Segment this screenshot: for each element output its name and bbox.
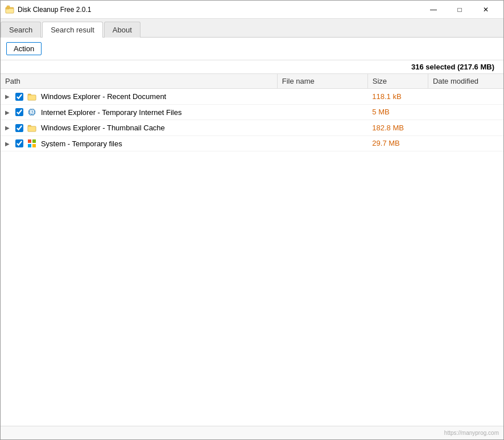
- svg-rect-14: [28, 144, 31, 147]
- toolbar: Action: [1, 38, 503, 60]
- table-row: ▶ Windows Explorer - Thumbnail Cache 182…: [1, 120, 503, 136]
- watermark-text: https://manyprog.com: [444, 430, 499, 436]
- table-row: ▶ e Internet Explorer - Temporary Intern…: [1, 104, 503, 120]
- file-table-container[interactable]: Path File name Size Date modified ▶ Wind…: [1, 73, 503, 426]
- col-header-filename[interactable]: File name: [277, 74, 367, 89]
- row-label-3: System - Temporary files: [41, 139, 122, 148]
- tab-search[interactable]: Search: [1, 22, 41, 38]
- svg-rect-4: [28, 95, 36, 100]
- row-size-0: 118.1 kB: [367, 89, 428, 105]
- row-checkbox-0[interactable]: [15, 93, 23, 101]
- tab-about[interactable]: About: [104, 22, 141, 38]
- row-label-0: Windows Explorer - Recent Document: [41, 92, 166, 101]
- row-date-3: [428, 135, 503, 151]
- table-row: ▶ Windows Explorer - Recent Document 118…: [1, 89, 503, 105]
- row-label-1: Internet Explorer - Temporary Internet F…: [41, 108, 182, 117]
- minimize-button[interactable]: —: [420, 1, 447, 19]
- row-size-3: 29.7 MB: [367, 135, 428, 151]
- tab-bar: Search Search result About: [1, 19, 503, 38]
- col-header-date[interactable]: Date modified: [428, 74, 503, 89]
- svg-rect-12: [28, 139, 31, 143]
- main-window: Disk Cleanup Free 2.0.1 — □ ✕ Search Sea…: [0, 0, 504, 440]
- svg-rect-11: [28, 126, 36, 131]
- row-label-2: Windows Explorer - Thumbnail Cache: [41, 124, 165, 132]
- table-row: ▶ System - Temporary files 29.7 MB: [1, 135, 503, 151]
- app-title: Disk Cleanup Free 2.0.1: [18, 6, 420, 14]
- app-icon: [5, 5, 14, 14]
- row-checkbox-3[interactable]: [15, 139, 23, 147]
- row-date-0: [428, 89, 503, 105]
- row-checkbox-2[interactable]: [15, 124, 23, 132]
- content-area: 316 selected (217.6 MB) Path File name S…: [1, 60, 503, 426]
- row-filename-1: [277, 104, 367, 120]
- row-filename-0: [277, 89, 367, 105]
- svg-rect-15: [32, 144, 36, 147]
- status-bar: https://manyprog.com: [1, 426, 503, 439]
- row-expander-0[interactable]: ▶: [5, 93, 12, 100]
- row-filename-3: [277, 135, 367, 151]
- col-header-path[interactable]: Path: [1, 74, 277, 89]
- svg-text:e: e: [30, 108, 34, 116]
- col-header-size[interactable]: Size: [367, 74, 428, 89]
- tab-search-result[interactable]: Search result: [42, 22, 103, 38]
- row-expander-1[interactable]: ▶: [5, 109, 12, 116]
- row-checkbox-1[interactable]: [15, 108, 23, 116]
- row-date-2: [428, 120, 503, 136]
- row-date-1: [428, 104, 503, 120]
- action-button[interactable]: Action: [6, 42, 42, 55]
- selection-info: 316 selected (217.6 MB): [1, 60, 503, 73]
- file-table: Path File name Size Date modified ▶ Wind…: [1, 74, 503, 151]
- row-expander-3[interactable]: ▶: [5, 141, 12, 147]
- row-filename-2: [277, 120, 367, 136]
- table-header-row: Path File name Size Date modified: [1, 74, 503, 89]
- window-controls: — □ ✕: [420, 1, 499, 19]
- row-size-1: 5 MB: [367, 104, 428, 120]
- title-bar: Disk Cleanup Free 2.0.1 — □ ✕: [1, 1, 503, 19]
- svg-rect-3: [7, 6, 10, 8]
- svg-rect-13: [32, 139, 36, 143]
- maximize-button[interactable]: □: [447, 1, 473, 19]
- row-size-2: 182.8 MB: [367, 120, 428, 136]
- close-button[interactable]: ✕: [473, 1, 499, 19]
- row-expander-2[interactable]: ▶: [5, 125, 12, 131]
